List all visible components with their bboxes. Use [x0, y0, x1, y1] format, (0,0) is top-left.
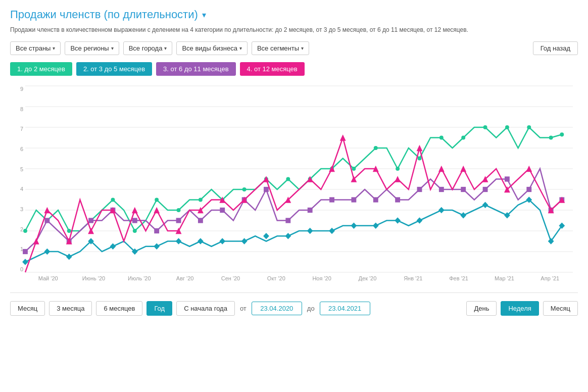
business-filter[interactable]: Все виды бизнеса ▾: [176, 41, 248, 55]
svg-point-10: [23, 229, 27, 233]
svg-point-16: [155, 198, 159, 202]
period-6month-button[interactable]: 6 месяцев: [96, 301, 142, 316]
view-month-button[interactable]: Месяц: [543, 301, 578, 316]
view-week-button[interactable]: Неделя: [501, 301, 538, 316]
svg-point-33: [527, 125, 531, 129]
svg-marker-56: [460, 212, 466, 218]
page-title: Продажи членств (по длительности): [10, 8, 198, 21]
svg-rect-77: [351, 197, 356, 202]
svg-point-27: [396, 167, 400, 171]
filters-row: Все страны ▾ Все регионы ▾ Все города ▾ …: [10, 41, 578, 55]
segment-filter-arrow: ▾: [301, 45, 304, 51]
bottom-bar: Месяц 3 месяца 6 месяцев Год С начала го…: [10, 296, 578, 321]
subtitle: Продажи членств в количественном выражен…: [10, 25, 578, 34]
svg-point-17: [177, 208, 181, 212]
svg-point-18: [199, 198, 203, 202]
svg-rect-63: [44, 218, 50, 223]
country-filter[interactable]: Все страны ▾: [10, 41, 61, 55]
svg-rect-67: [132, 218, 137, 223]
svg-point-22: [286, 177, 290, 181]
svg-marker-44: [198, 238, 204, 244]
svg-marker-53: [395, 217, 401, 223]
svg-rect-76: [329, 197, 334, 202]
city-filter[interactable]: Все города ▾: [123, 41, 173, 55]
svg-rect-73: [264, 187, 269, 192]
to-date-input[interactable]: [320, 302, 370, 315]
period-3month-button[interactable]: 3 месяца: [49, 301, 92, 316]
svg-rect-85: [526, 187, 531, 192]
svg-point-25: [352, 167, 356, 171]
from-label: от: [240, 305, 247, 312]
region-filter[interactable]: Все регионы ▾: [65, 41, 119, 55]
segment-filter[interactable]: Все сегменты ▾: [252, 41, 309, 55]
svg-point-34: [549, 135, 553, 139]
svg-point-20: [242, 187, 247, 191]
svg-rect-80: [417, 187, 422, 192]
period-ytd-button[interactable]: С начала года: [176, 301, 235, 316]
svg-marker-43: [176, 238, 182, 244]
svg-rect-62: [23, 249, 28, 254]
chart-area: [25, 86, 573, 272]
title-dropdown-icon[interactable]: ▾: [202, 10, 206, 20]
svg-marker-37: [44, 249, 50, 255]
region-filter-arrow: ▾: [111, 45, 114, 51]
period-month-button[interactable]: Месяц: [10, 301, 45, 316]
svg-marker-54: [417, 217, 423, 223]
svg-marker-99: [263, 176, 269, 182]
chart-svg: [25, 86, 573, 272]
legend-row: 1. до 2 месяцев 2. от 3 до 5 месяцев 3. …: [10, 62, 578, 76]
svg-point-26: [374, 146, 378, 150]
svg-rect-71: [220, 208, 225, 213]
svg-point-29: [439, 135, 444, 139]
svg-marker-40: [110, 243, 116, 250]
svg-point-15: [133, 229, 137, 233]
svg-marker-48: [285, 233, 291, 239]
svg-rect-65: [88, 218, 93, 223]
svg-rect-78: [373, 197, 378, 202]
svg-rect-69: [176, 218, 181, 223]
legend-item-1[interactable]: 1. до 2 месяцев: [10, 62, 72, 76]
svg-marker-49: [307, 228, 313, 234]
svg-marker-42: [154, 243, 160, 250]
svg-rect-75: [308, 208, 313, 213]
svg-marker-52: [373, 223, 379, 229]
svg-point-32: [505, 125, 509, 129]
x-axis: Май '20 Июнь '20 Июль '20 Авг '20 Сен '2…: [25, 272, 573, 292]
svg-marker-51: [351, 223, 357, 229]
svg-rect-70: [198, 218, 203, 223]
svg-marker-88: [33, 238, 39, 244]
svg-point-30: [461, 135, 465, 139]
svg-point-14: [111, 198, 115, 202]
business-filter-arrow: ▾: [239, 45, 242, 51]
svg-marker-57: [482, 202, 488, 208]
to-label: до: [307, 305, 315, 312]
svg-marker-47: [263, 233, 269, 239]
view-day-button[interactable]: День: [466, 301, 497, 316]
svg-marker-103: [340, 134, 346, 140]
svg-rect-84: [505, 176, 510, 181]
period-year-button[interactable]: Год: [146, 301, 172, 316]
svg-rect-82: [461, 187, 466, 192]
svg-rect-83: [483, 187, 488, 192]
svg-point-31: [483, 125, 487, 129]
svg-rect-68: [154, 228, 159, 233]
svg-marker-50: [329, 228, 335, 234]
svg-point-12: [67, 229, 71, 233]
city-filter-arrow: ▾: [164, 45, 167, 51]
svg-marker-55: [438, 207, 445, 213]
year-ago-button[interactable]: Год назад: [533, 41, 578, 55]
country-filter-arrow: ▾: [53, 45, 55, 51]
legend-item-4[interactable]: 4. от 12 месяцев: [240, 62, 305, 76]
svg-marker-46: [241, 238, 248, 244]
svg-marker-45: [219, 238, 225, 244]
svg-point-35: [560, 132, 564, 136]
legend-item-2[interactable]: 2. от 3 до 5 месяцев: [76, 62, 152, 76]
svg-rect-81: [439, 187, 444, 192]
legend-item-3[interactable]: 3. от 6 до 11 месяцев: [156, 62, 235, 76]
svg-marker-106: [395, 176, 401, 182]
svg-marker-38: [66, 254, 72, 260]
y-axis: 0 1 2 3 4 5 6 7 8 9: [10, 86, 25, 272]
from-date-input[interactable]: [252, 302, 302, 315]
svg-rect-79: [395, 197, 400, 202]
svg-point-28: [418, 156, 422, 160]
